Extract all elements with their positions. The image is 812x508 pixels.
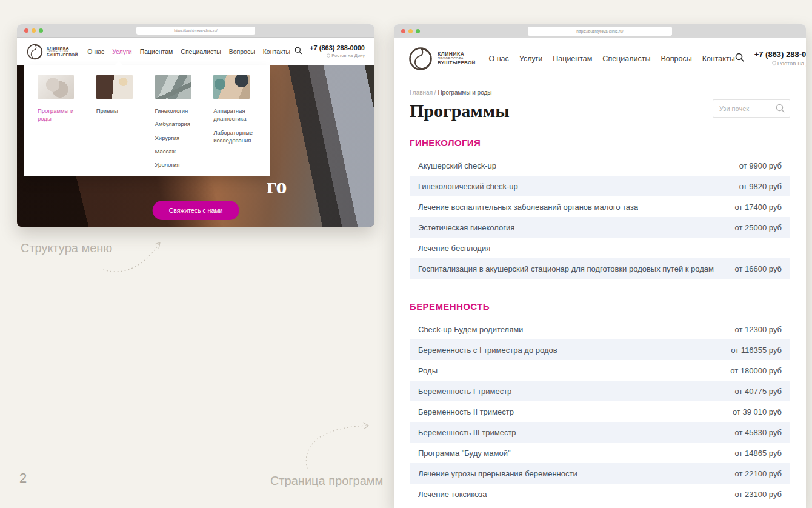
brand-name: КЛИНИКА ПРОФЕССОРА БУШТЫРЕВОЙ bbox=[438, 52, 476, 65]
service-price: от 39 010 руб bbox=[733, 407, 782, 416]
phone-number[interactable]: +7 (863) 288-0000 bbox=[310, 44, 365, 53]
annotation-programs-page: Страница программ bbox=[270, 474, 383, 488]
service-link[interactable]: Беременность III триместр bbox=[418, 428, 516, 437]
service-price: от 14865 руб bbox=[735, 449, 782, 458]
browser-chrome: https://bushtyreva-clinic.ru/ bbox=[394, 24, 806, 38]
price-section: БЕРЕМЕННОСТЬCheck-up Будем родителямиот … bbox=[410, 301, 790, 504]
close-window-icon[interactable] bbox=[401, 29, 405, 33]
contact-us-button[interactable]: Свяжитесь с нами bbox=[153, 201, 239, 220]
search-icon[interactable] bbox=[295, 46, 302, 57]
price-section: ГИНЕКОЛОГИЯАкушерский check-upот 9900 ру… bbox=[410, 138, 790, 279]
page-content: Главная / Программы и роды Программы ГИН… bbox=[394, 89, 806, 504]
search-submit-icon[interactable] bbox=[776, 104, 785, 116]
dropdown-item-ambulatory[interactable]: Амбулатория bbox=[155, 120, 199, 128]
service-row: Беременность I триместрот 40775 руб bbox=[410, 381, 790, 401]
dropdown-item-surgery[interactable]: Хирургия bbox=[155, 134, 199, 142]
service-link[interactable]: Check-up Будем родителями bbox=[418, 325, 523, 334]
service-link[interactable]: Программа "Буду мамой" bbox=[418, 449, 511, 458]
nav-item-about[interactable]: О нас bbox=[87, 48, 104, 55]
minimize-window-icon[interactable] bbox=[408, 29, 413, 33]
service-link[interactable]: Лечение бесплодия bbox=[418, 244, 490, 253]
service-row: Лечение угрозы прерывания беременностиот… bbox=[410, 463, 790, 484]
minimize-window-icon[interactable] bbox=[32, 28, 36, 33]
price-list: Check-up Будем родителямиот 12300 рубБер… bbox=[410, 319, 790, 504]
clinic-logo-icon[interactable] bbox=[27, 44, 43, 60]
dropdown-item-hardware-diagnostics[interactable]: Аппаратная диагностика bbox=[213, 107, 258, 123]
dropdown-item-gynecology[interactable]: Гинекология bbox=[155, 107, 199, 115]
price-list: Акушерский check-upот 9900 рубГинекологи… bbox=[410, 155, 790, 279]
service-price: от 25000 руб bbox=[735, 223, 782, 232]
service-link[interactable]: Эстетическая гинекология bbox=[418, 223, 514, 232]
section-heading: БЕРЕМЕННОСТЬ bbox=[410, 301, 790, 312]
surgery-room-photo bbox=[155, 75, 191, 99]
service-price: от 22100 руб bbox=[735, 469, 782, 478]
service-row: Родыот 180000 руб bbox=[410, 360, 790, 381]
service-price: от 9900 руб bbox=[739, 161, 782, 170]
dropdown-column: Приемы bbox=[96, 75, 141, 174]
search-icon[interactable] bbox=[735, 53, 745, 65]
service-price: от 180000 руб bbox=[730, 366, 782, 375]
nav-item-patients[interactable]: Пациентам bbox=[553, 55, 592, 63]
presentation-canvas: { "page": { "number": "2" }, "annotation… bbox=[0, 0, 812, 508]
breadcrumb-current: Программы и роды bbox=[438, 89, 491, 96]
traffic-lights bbox=[24, 28, 43, 33]
service-row: Программа "Буду мамой"от 14865 руб bbox=[410, 443, 790, 463]
services-dropdown-menu: Программы и родыПриемыГинекологияАмбулат… bbox=[24, 65, 270, 176]
service-row: Гинекологический check-upот 9820 руб bbox=[410, 176, 790, 196]
service-row: Лечение токсикозаот 23100 руб bbox=[410, 484, 790, 504]
nav-item-patients[interactable]: Пациентам bbox=[140, 48, 173, 55]
service-link[interactable]: Беременность с I триместра до родов bbox=[418, 346, 557, 355]
dropdown-item-urology[interactable]: Урология bbox=[155, 161, 199, 169]
service-link[interactable]: Лечение угрозы прерывания беременности bbox=[418, 469, 577, 478]
location-pin-icon bbox=[327, 53, 330, 58]
service-link[interactable]: Лечение токсикоза bbox=[418, 490, 487, 499]
city-label: Ростов-на-Дону bbox=[310, 53, 365, 58]
dotted-arrow-to-menu bbox=[97, 235, 170, 278]
service-link[interactable]: Гинекологический check-up bbox=[418, 182, 518, 191]
service-link[interactable]: Лечение воспалительных заболеваний орган… bbox=[418, 202, 638, 212]
service-link[interactable]: Госпитализация в акушерский стационар дл… bbox=[418, 264, 714, 273]
close-window-icon[interactable] bbox=[24, 28, 28, 33]
consultation-photo bbox=[96, 75, 133, 99]
service-row: Госпитализация в акушерский стационар дл… bbox=[410, 258, 790, 279]
section-heading: ГИНЕКОЛОГИЯ bbox=[410, 138, 790, 148]
phone-number[interactable]: +7 (863) 288-0000 bbox=[754, 50, 806, 59]
service-row: Check-up Будем родителямиот 12300 руб bbox=[410, 319, 790, 339]
nav-item-services[interactable]: Услуги bbox=[519, 55, 542, 63]
zoom-window-icon[interactable] bbox=[416, 29, 420, 33]
zoom-window-icon[interactable] bbox=[39, 28, 43, 33]
dropdown-item-programs-births[interactable]: Программы и роды bbox=[38, 107, 82, 123]
nav-item-questions[interactable]: Вопросы bbox=[661, 55, 691, 63]
nav-item-specialists[interactable]: Специалисты bbox=[181, 48, 221, 55]
service-row: Беременность II триместрот 39 010 руб bbox=[410, 401, 790, 422]
address-bar[interactable]: https://bushtyreva-clinic.ru/ bbox=[136, 27, 255, 35]
browser-window-menu: https://bushtyreva-clinic.ru/ КЛИНИКА ПР… bbox=[17, 24, 374, 227]
page-title: Программы bbox=[410, 101, 510, 121]
nav-item-contacts[interactable]: Контакты bbox=[263, 48, 290, 55]
service-link[interactable]: Акушерский check-up bbox=[418, 161, 496, 170]
nav-item-contacts[interactable]: Контакты bbox=[702, 55, 735, 63]
nav-item-specialists[interactable]: Специалисты bbox=[602, 55, 650, 63]
dropdown-item-lab-tests[interactable]: Лабораторные исследования bbox=[213, 129, 258, 145]
service-price: от 116355 руб bbox=[731, 346, 782, 355]
service-row: Акушерский check-upот 9900 руб bbox=[410, 155, 790, 176]
site-header: КЛИНИКА ПРОФЕССОРА БУШТЫРЕВОЙ О насУслуг… bbox=[17, 38, 374, 65]
address-bar[interactable]: https://bushtyreva-clinic.ru/ bbox=[528, 27, 672, 36]
service-price: от 16600 руб bbox=[735, 264, 782, 273]
nav-item-services[interactable]: Услуги bbox=[112, 48, 131, 55]
service-price: от 23100 руб bbox=[735, 490, 782, 499]
slide-page-number: 2 bbox=[19, 470, 27, 486]
service-link[interactable]: Беременность I триместр bbox=[418, 387, 511, 396]
service-link[interactable]: Беременность II триместр bbox=[418, 407, 514, 416]
clinic-logo-icon[interactable] bbox=[408, 47, 433, 71]
nav-item-questions[interactable]: Вопросы bbox=[229, 48, 255, 55]
dropdown-column: Аппаратная диагностикаЛабораторные иссле… bbox=[213, 75, 258, 174]
breadcrumb-home[interactable]: Главная bbox=[410, 89, 433, 96]
service-link[interactable]: Роды bbox=[418, 366, 438, 375]
service-row: Эстетическая гинекологияот 25000 руб bbox=[410, 217, 790, 238]
dropdown-item-appointments[interactable]: Приемы bbox=[96, 107, 141, 115]
dropdown-item-massage[interactable]: Массаж bbox=[155, 147, 199, 155]
nav-item-about[interactable]: О нас bbox=[489, 55, 509, 63]
service-price: от 17400 руб bbox=[735, 202, 782, 212]
service-row: Лечение бесплодия bbox=[410, 238, 790, 258]
